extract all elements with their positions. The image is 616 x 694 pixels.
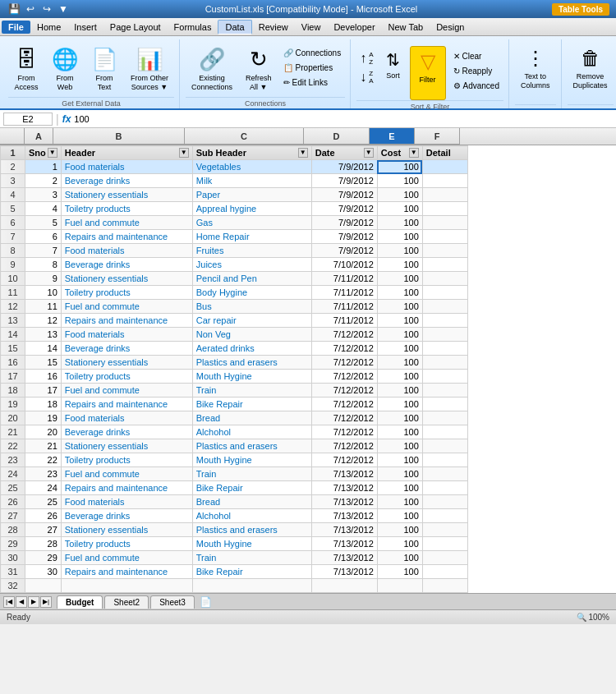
cell-header-2[interactable]: Food materials — [61, 160, 192, 174]
cell-cost-6[interactable]: 100 — [377, 216, 422, 230]
row-num-29[interactable]: 29 — [1, 537, 25, 551]
advanced-button[interactable]: ⚙ Advanced — [449, 79, 503, 93]
cell-detail-29[interactable] — [422, 537, 467, 551]
row-num-1[interactable]: 1 — [1, 146, 25, 160]
cell-subheader-13[interactable]: Car repair — [192, 314, 311, 328]
cell-sno-3[interactable]: 2 — [25, 174, 62, 188]
row-num-4[interactable]: 4 — [1, 188, 25, 202]
cell-cost-8[interactable]: 100 — [377, 244, 422, 258]
cell-cost-18[interactable]: 100 — [377, 384, 422, 398]
cell-cost-12[interactable]: 100 — [377, 300, 422, 314]
cell-cost-15[interactable]: 100 — [377, 342, 422, 356]
cell-detail-11[interactable] — [422, 286, 467, 300]
cell-header-14[interactable]: Food materials — [61, 328, 192, 342]
row-num-32[interactable]: 32 — [1, 579, 25, 593]
cell-date-30[interactable]: 7/13/2012 — [311, 551, 377, 565]
cell-sno-12[interactable]: 11 — [25, 300, 62, 314]
filter-sno[interactable]: ▼ — [48, 148, 57, 158]
row-num-21[interactable]: 21 — [1, 425, 25, 439]
cell-date-19[interactable]: 7/12/2012 — [311, 398, 377, 411]
cell-header-25[interactable]: Repairs and maintenance — [61, 481, 192, 495]
cell-header-13[interactable]: Repairs and maintenance — [61, 314, 192, 328]
from-text-button[interactable]: 📄 FromText — [85, 43, 123, 97]
cell-sno-18[interactable]: 17 — [25, 384, 62, 398]
undo-qat-button[interactable]: ↩ — [23, 2, 38, 16]
refresh-all-button[interactable]: ↻ RefreshAll ▼ — [240, 43, 278, 97]
filter-button[interactable]: ▽ Filter — [410, 46, 446, 100]
header-header[interactable]: Header▼ — [61, 146, 192, 160]
cell-detail-24[interactable] — [422, 467, 467, 481]
row-num-26[interactable]: 26 — [1, 495, 25, 509]
cell-sno-7[interactable]: 6 — [25, 230, 62, 244]
cell-cost-21[interactable]: 100 — [377, 425, 422, 439]
cell-reference-input[interactable]: E2 — [3, 113, 53, 126]
from-web-button[interactable]: 🌐 FromWeb — [46, 43, 84, 97]
cell-cost-23[interactable]: 100 — [377, 453, 422, 467]
row-num-22[interactable]: 22 — [1, 439, 25, 453]
cell-detail-17[interactable] — [422, 370, 467, 384]
sheet-tab-sheet3[interactable]: Sheet3 — [150, 595, 195, 609]
cell-subheader-19[interactable]: Bike Repair — [192, 398, 311, 411]
cell-header-27[interactable]: Beverage drinks — [61, 509, 192, 523]
cell-detail-19[interactable] — [422, 398, 467, 411]
cell-detail-28[interactable] — [422, 523, 467, 537]
cell-sno-15[interactable]: 14 — [25, 342, 62, 356]
cell-cost-2[interactable]: 100 — [377, 160, 422, 174]
cell-cost-9[interactable]: 100 — [377, 258, 422, 272]
cell-detail-6[interactable] — [422, 216, 467, 230]
cell-subheader-17[interactable]: Mouth Hygine — [192, 370, 311, 384]
cell-sno-6[interactable]: 5 — [25, 216, 62, 230]
cell-cost-3[interactable]: 100 — [377, 174, 422, 188]
header-detail[interactable]: Detail — [422, 146, 467, 160]
cell-sno-31[interactable]: 30 — [25, 565, 62, 579]
cell-date-26[interactable]: 7/13/2012 — [311, 495, 377, 509]
cell-subheader-7[interactable]: Home Repair — [192, 230, 311, 244]
cell-header-31[interactable]: Repairs and maintenance — [61, 565, 192, 579]
cell-date-31[interactable]: 7/13/2012 — [311, 565, 377, 579]
cell-sno-25[interactable]: 24 — [25, 481, 62, 495]
cell-cost-7[interactable]: 100 — [377, 230, 422, 244]
cell-detail-5[interactable] — [422, 202, 467, 216]
cell-date-10[interactable]: 7/11/2012 — [311, 272, 377, 286]
cell-date-6[interactable]: 7/9/2012 — [311, 216, 377, 230]
cell-subheader-31[interactable]: Bike Repair — [192, 565, 311, 579]
row-num-12[interactable]: 12 — [1, 300, 25, 314]
cell-cost-5[interactable]: 100 — [377, 202, 422, 216]
cell-sno-20[interactable]: 19 — [25, 411, 62, 425]
cell-sno-30[interactable]: 29 — [25, 551, 62, 565]
cell-sno-28[interactable]: 27 — [25, 523, 62, 537]
cell-date-4[interactable]: 7/9/2012 — [311, 188, 377, 202]
row-num-19[interactable]: 19 — [1, 398, 25, 411]
cell-sno-13[interactable]: 12 — [25, 314, 62, 328]
cell-header-23[interactable]: Toiletry products — [61, 453, 192, 467]
menu-file[interactable]: File — [2, 21, 30, 34]
row-num-17[interactable]: 17 — [1, 370, 25, 384]
cell-header-3[interactable]: Beverage drinks — [61, 174, 192, 188]
cell-cost-13[interactable]: 100 — [377, 314, 422, 328]
cell-sno-19[interactable]: 18 — [25, 398, 62, 411]
menu-data[interactable]: Data — [218, 20, 251, 34]
cell-cost-19[interactable]: 100 — [377, 398, 422, 411]
cell-empty-b[interactable] — [61, 579, 192, 593]
cell-header-4[interactable]: Stationery essentials — [61, 188, 192, 202]
cell-detail-26[interactable] — [422, 495, 467, 509]
cell-detail-16[interactable] — [422, 356, 467, 370]
menu-home[interactable]: Home — [30, 21, 67, 34]
cell-header-16[interactable]: Stationery essentials — [61, 356, 192, 370]
row-num-30[interactable]: 30 — [1, 551, 25, 565]
cell-date-24[interactable]: 7/13/2012 — [311, 467, 377, 481]
cell-subheader-9[interactable]: Juices — [192, 258, 311, 272]
cell-header-8[interactable]: Food materials — [61, 244, 192, 258]
cell-subheader-5[interactable]: Appreal hygine — [192, 202, 311, 216]
row-num-24[interactable]: 24 — [1, 467, 25, 481]
cell-cost-26[interactable]: 100 — [377, 495, 422, 509]
cell-date-13[interactable]: 7/11/2012 — [311, 314, 377, 328]
cell-subheader-10[interactable]: Pencil and Pen — [192, 272, 311, 286]
header-date[interactable]: Date▼ — [311, 146, 377, 160]
cell-detail-15[interactable] — [422, 342, 467, 356]
cell-cost-22[interactable]: 100 — [377, 439, 422, 453]
cell-detail-3[interactable] — [422, 174, 467, 188]
properties-button[interactable]: 📋 Properties — [279, 61, 346, 75]
row-num-6[interactable]: 6 — [1, 216, 25, 230]
cell-cost-17[interactable]: 100 — [377, 370, 422, 384]
